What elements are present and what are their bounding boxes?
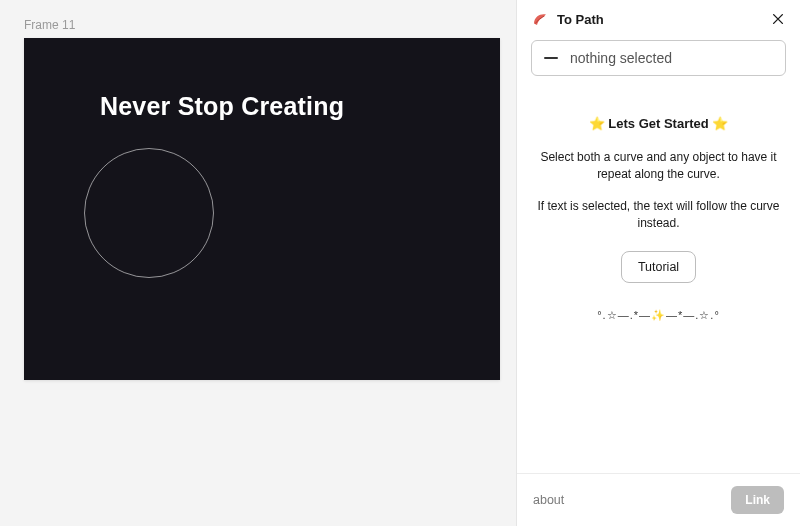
selection-placeholder-text: nothing selected — [570, 50, 672, 66]
instruction-text-2: If text is selected, the text will follo… — [537, 198, 780, 233]
plugin-panel: To Path nothing selected ⭐ Lets Get Star… — [516, 0, 800, 526]
link-button[interactable]: Link — [731, 486, 784, 514]
frame-label: Frame 11 — [24, 18, 516, 32]
panel-title: To Path — [557, 12, 770, 27]
instruction-text-1: Select both a curve and any object to ha… — [537, 149, 780, 184]
frame[interactable]: Never Stop Creating — [24, 38, 500, 380]
frame-circle-shape[interactable] — [84, 148, 214, 278]
tutorial-button[interactable]: Tutorial — [621, 251, 696, 283]
selection-dropdown[interactable]: nothing selected — [531, 40, 786, 76]
plugin-logo-icon — [531, 10, 549, 28]
close-button[interactable] — [770, 11, 786, 27]
panel-body: ⭐ Lets Get Started ⭐ Select both a curve… — [517, 76, 800, 473]
about-link[interactable]: about — [533, 493, 564, 507]
decorative-divider: °.☆―.*―✨―*―.☆.° — [537, 309, 780, 322]
get-started-heading: ⭐ Lets Get Started ⭐ — [537, 116, 780, 131]
panel-header: To Path — [517, 0, 800, 40]
dash-icon — [544, 57, 558, 59]
canvas-area[interactable]: Frame 11 Never Stop Creating — [0, 0, 516, 526]
frame-heading-text[interactable]: Never Stop Creating — [100, 92, 344, 121]
close-icon — [771, 12, 785, 26]
panel-footer: about Link — [517, 473, 800, 526]
